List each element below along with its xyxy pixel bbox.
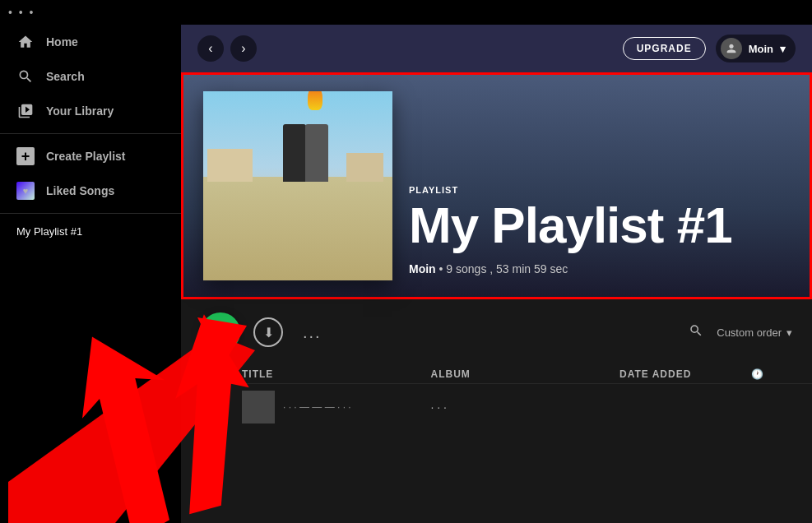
content-header: ‹ › UPGRADE Moin ▾ [181,25,812,72]
window-dots: • • • [8,6,35,19]
col-duration: 🕐 [751,368,792,380]
row-album: · · · [431,400,620,414]
liked-songs-icon: ♥ [16,182,35,200]
more-options-button[interactable]: ... [296,320,328,345]
row-num: 1 [201,401,242,414]
art-building-left [207,149,253,182]
sidebar-item-search[interactable]: Search [0,59,181,94]
art-figure2 [305,124,328,182]
user-name: Moin [749,43,773,55]
art-ground [203,177,392,281]
art-fire [308,91,322,110]
sidebar-playlist-item[interactable]: My Playlist #1 [0,219,181,244]
col-album: ALBUM [431,368,620,380]
table-body: 1 · · · — — — · · · · · · [181,384,812,430]
sort-button[interactable]: Custom order ▾ [717,326,792,339]
user-menu-button[interactable]: Moin ▾ [716,35,796,62]
nav-arrows: ‹ › [197,35,257,62]
sort-chevron: ▾ [786,326,792,339]
library-label: Your Library [46,104,114,118]
table-header: # TITLE ALBUM DATE ADDED 🕐 [181,365,812,384]
forward-button[interactable]: › [230,35,257,62]
user-chevron: ▾ [780,43,786,55]
playlist-songs-count: 9 songs [446,262,486,275]
table-row[interactable]: 1 · · · — — — · · · · · · [181,384,812,430]
download-button[interactable]: ⬇ [253,317,283,347]
search-label: Search [46,70,85,83]
sidebar-divider [0,133,181,134]
sort-label: Custom order [717,326,782,339]
download-icon: ⬇ [263,325,274,340]
sidebar-item-library[interactable]: Your Library [0,94,181,128]
sidebar: Home Search Your Library + Create Playli… [0,25,181,523]
library-icon [16,102,35,120]
playlist-title: My Playlist #1 [409,200,732,251]
playlist-info: PLAYLIST My Playlist #1 Moin • 9 songs ,… [409,185,732,280]
liked-songs-item[interactable]: ♥ Liked Songs [0,174,181,208]
content-area: ‹ › UPGRADE Moin ▾ [181,25,812,523]
header-right: UPGRADE Moin ▾ [623,35,796,62]
col-date-added: DATE ADDED [619,368,751,380]
album-art [203,91,392,280]
playlist-item-label: My Playlist #1 [16,225,82,238]
back-button[interactable]: ‹ [197,35,224,62]
liked-songs-label: Liked Songs [46,184,114,197]
home-icon [16,33,35,51]
playlist-owner: Moin [409,262,436,275]
meta-separator-2: , [490,262,496,275]
sidebar-item-home[interactable]: Home [0,25,181,59]
playlist-duration: 53 min 59 sec [496,262,568,275]
playlist-hero: PLAYLIST My Playlist #1 Moin • 9 songs ,… [181,72,812,299]
col-num: # [201,368,242,380]
upgrade-button[interactable]: UPGRADE [623,37,706,60]
row-title-cell: · · · — — — · · · [242,391,431,423]
home-label: Home [46,35,78,49]
play-icon [215,324,230,340]
row-thumbnail [242,391,275,423]
play-button[interactable] [201,312,240,352]
sidebar-divider-2 [0,213,181,214]
search-icon [16,67,35,86]
row-title: · · · — — — · · · [283,401,351,413]
create-playlist-icon: + [16,147,35,165]
search-button[interactable] [689,323,703,342]
playlist-type-label: PLAYLIST [409,185,732,195]
col-title: TITLE [242,368,431,380]
user-avatar [721,38,742,59]
art-figure1 [283,124,306,182]
create-playlist-item[interactable]: + Create Playlist [0,139,181,174]
playlist-meta: Moin • 9 songs , 53 min 59 sec [409,262,732,275]
art-building-right [346,153,383,182]
create-playlist-label: Create Playlist [46,150,126,163]
playlist-controls: ⬇ ... Custom order ▾ [181,299,812,365]
